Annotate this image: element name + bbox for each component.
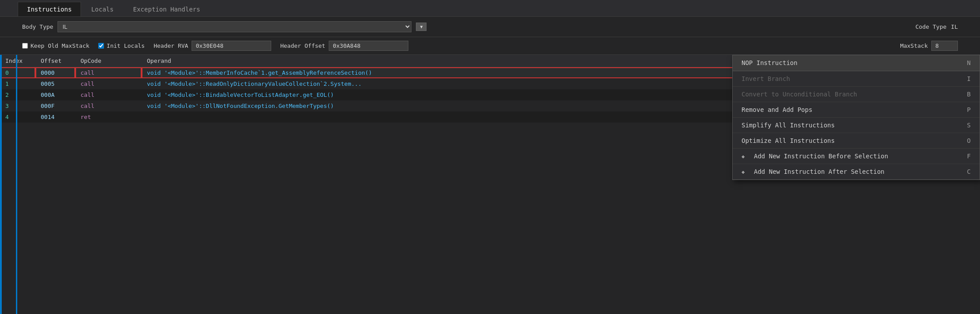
body-type-row: Body Type IL ▼ Code Type IL: [0, 17, 980, 37]
cell-offset: 000A: [35, 89, 75, 100]
cell-offset: 0005: [35, 78, 75, 89]
maxstack-group: MaxStack: [900, 41, 958, 51]
menu-item-label: ❖Add New Instruction Before Selection: [742, 153, 958, 160]
menu-item-2: Convert to Unconditional BranchB: [733, 87, 980, 102]
menu-item-shortcut: O: [967, 137, 971, 144]
add-instruction-icon: ❖: [742, 153, 750, 160]
menu-item-label: Simplify All Instructions: [742, 122, 958, 129]
cell-offset: 0014: [35, 111, 75, 123]
header-offset-input[interactable]: [329, 41, 408, 51]
menu-item-1: Invert BranchI: [733, 71, 980, 87]
cell-opcode: ret: [75, 111, 142, 123]
add-instruction-icon: ❖: [742, 169, 750, 175]
vert-bar: [16, 55, 17, 314]
keep-old-maxstack-label: Keep Old MaxStack: [22, 42, 89, 49]
col-header-offset: Offset: [35, 55, 75, 67]
header-rva-label: Header RVA: [154, 42, 188, 49]
menu-item-0[interactable]: NOP InstructionN: [733, 55, 980, 71]
header-offset-label: Header Offset: [280, 42, 325, 49]
menu-item-label: Remove and Add Pops: [742, 106, 958, 113]
tab-instructions[interactable]: Instructions: [18, 2, 81, 16]
menu-item-shortcut: I: [967, 75, 971, 82]
cell-index: 4: [0, 111, 35, 123]
menu-item-shortcut: C: [967, 168, 971, 175]
cell-opcode: call: [75, 100, 142, 111]
code-type-value: IL: [951, 23, 958, 30]
body-type-label: Body Type: [22, 23, 53, 30]
menu-item-shortcut: S: [967, 122, 971, 129]
cell-index: 3: [0, 100, 35, 111]
cell-index: 0: [0, 67, 35, 79]
keep-old-maxstack-checkbox[interactable]: [22, 43, 28, 49]
menu-item-shortcut: F: [967, 153, 971, 160]
menu-item-3[interactable]: Remove and Add PopsP: [733, 102, 980, 118]
cell-index: 1: [0, 78, 35, 89]
init-locals-checkbox[interactable]: [98, 43, 104, 49]
menu-item-shortcut: B: [967, 91, 971, 98]
menu-item-label: ❖Add New Instruction After Selection: [742, 168, 958, 175]
init-locals-label: Init Locals: [98, 42, 145, 49]
menu-item-label: NOP Instruction: [742, 59, 958, 66]
init-row: Keep Old MaxStack Init Locals Header RVA…: [0, 37, 980, 55]
menu-item-4[interactable]: Simplify All InstructionsS: [733, 118, 980, 133]
cell-offset: 000F: [35, 100, 75, 111]
maxstack-input[interactable]: [931, 41, 958, 51]
cell-opcode: call: [75, 89, 142, 100]
menu-item-label: Convert to Unconditional Branch: [742, 91, 958, 98]
menu-item-5[interactable]: Optimize All InstructionsO: [733, 133, 980, 149]
menu-item-shortcut: N: [967, 59, 971, 66]
menu-item-7[interactable]: ❖Add New Instruction After SelectionC: [733, 164, 980, 180]
table-container: Index Offset OpCode Operand 00000callvoi…: [0, 55, 980, 314]
tab-exception-handlers[interactable]: Exception Handlers: [124, 2, 210, 16]
col-header-opcode: OpCode: [75, 55, 142, 67]
cell-index: 2: [0, 89, 35, 100]
cell-opcode: call: [75, 78, 142, 89]
menu-item-label: Optimize All Instructions: [742, 137, 958, 144]
body-type-dropdown-arrow[interactable]: ▼: [416, 23, 427, 31]
cell-offset: 0000: [35, 67, 75, 79]
left-indicator: [0, 55, 2, 314]
menu-item-shortcut: P: [967, 106, 971, 113]
col-header-index: Index: [0, 55, 35, 67]
tab-locals[interactable]: Locals: [82, 2, 123, 16]
tabs-bar: Instructions Locals Exception Handlers: [0, 0, 980, 17]
maxstack-label: MaxStack: [900, 42, 928, 49]
context-menu: NOP InstructionNInvert BranchIConvert to…: [732, 55, 980, 180]
header-rva-group: Header RVA: [154, 41, 271, 51]
cell-opcode: call: [75, 67, 142, 79]
code-type-label: Code Type: [915, 23, 946, 30]
header-offset-group: Header Offset: [280, 41, 408, 51]
header-rva-input[interactable]: [192, 41, 271, 51]
menu-item-label: Invert Branch: [742, 75, 958, 82]
menu-item-6[interactable]: ❖Add New Instruction Before SelectionF: [733, 149, 980, 164]
body-type-select[interactable]: IL: [58, 21, 411, 32]
